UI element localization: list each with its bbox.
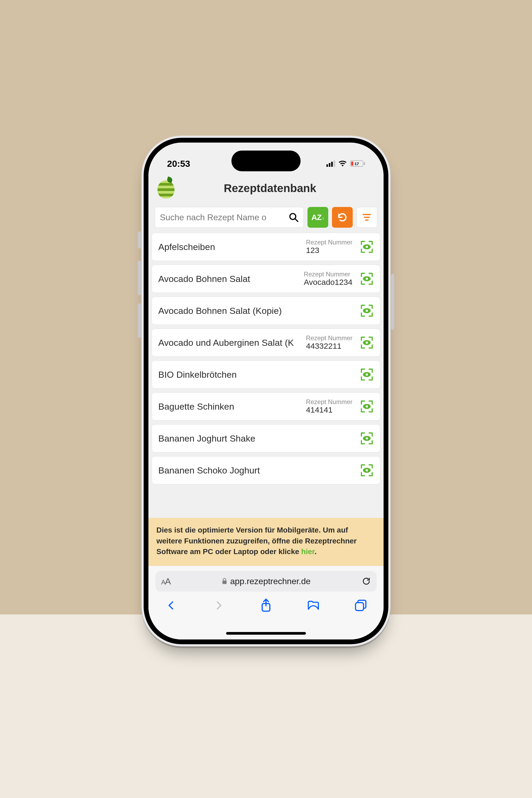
filter-icon [362,212,372,222]
share-button[interactable] [260,599,272,612]
bookmarks-button[interactable] [307,599,320,612]
view-recipe-button[interactable] [358,366,375,383]
text-size-button[interactable]: AA [161,576,171,587]
recipe-name: Avocado Bohnen Salat [158,274,301,284]
view-recipe-button[interactable] [358,462,375,479]
recipe-name: BIO Dinkelbrötchen [158,369,355,380]
recipe-number: 414141 [306,405,353,415]
phone-screen: 20:53 17 [148,142,384,640]
svg-point-8 [366,278,368,280]
recipe-row[interactable]: Avocado und Auberginen Salat (KRezept Nu… [152,328,380,357]
wifi-icon [338,160,347,167]
tabs-button[interactable] [354,599,367,612]
recipe-number-label: Rezept Nummer [304,271,353,278]
recipe-row[interactable]: ApfelscheibenRezept Nummer123 [152,233,380,261]
recipe-meta: Rezept Nummer414141 [306,398,353,415]
recipe-row[interactable]: Avocado Bohnen Salat (Kopie) [152,297,380,325]
reload-icon[interactable] [362,577,371,586]
phone-frame: 20:53 17 [141,136,391,646]
url-text: app.rezeptrechner.de [230,576,310,586]
search-icon [289,212,299,222]
recipe-row[interactable]: Bananen Joghurt Shake [152,424,380,453]
recipe-row[interactable]: Bananen Schoko Joghurt [152,456,380,484]
sort-button[interactable]: AZ ↓ [307,207,328,228]
svg-point-18 [366,437,368,440]
filter-button[interactable] [357,207,377,228]
recipe-name: Apfelscheiben [158,242,303,252]
refresh-button[interactable] [332,207,353,228]
recipe-number: 123 [306,246,353,255]
recipe-row[interactable]: Avocado Bohnen SalatRezept NummerAvocado… [152,265,380,293]
search-field[interactable] [155,207,304,228]
view-recipe-button[interactable] [358,270,375,287]
svg-point-12 [366,342,368,344]
search-input[interactable] [160,212,289,222]
cellular-signal-icon [326,160,335,167]
svg-point-20 [366,469,368,472]
view-recipe-button[interactable] [358,302,375,319]
mobile-notice-banner: Dies ist die optimierte Version für Mobi… [148,518,384,566]
recipe-name: Baguette Schinken [158,401,303,412]
silence-switch[interactable] [138,231,141,248]
lock-icon [222,578,227,585]
app-logo-apple-icon [155,178,177,199]
back-button[interactable] [165,599,178,612]
recipe-meta: Rezept Nummer123 [306,239,353,255]
recipe-list: ApfelscheibenRezept Nummer123 Avocado Bo… [148,233,384,518]
svg-point-16 [366,405,368,408]
svg-rect-23 [356,603,364,610]
forward-button [212,599,225,612]
page-title: Rezeptdatenbank [182,182,377,195]
view-recipe-button[interactable] [358,238,375,255]
recipe-number-label: Rezept Nummer [306,239,353,246]
sort-label: AZ [311,213,322,222]
banner-link[interactable]: hier [301,547,315,556]
svg-point-10 [366,310,368,312]
recipe-name: Avocado und Auberginen Salat (K [158,338,303,348]
phone-bezel: 20:53 17 [144,138,388,644]
recipe-number-label: Rezept Nummer [306,335,353,342]
power-button[interactable] [391,274,394,330]
refresh-icon [337,212,348,223]
svg-point-14 [366,374,368,376]
sort-arrow-icon: ↓ [322,215,324,221]
recipe-name: Bananen Schoko Joghurt [158,465,355,476]
view-recipe-button[interactable] [358,334,375,351]
recipe-meta: Rezept NummerAvocado1234 [304,271,353,287]
banner-text-end: . [315,547,317,556]
volume-up-button[interactable] [138,261,141,295]
view-recipe-button[interactable] [358,398,375,415]
recipe-number: 44332211 [306,342,353,351]
recipe-name: Avocado Bohnen Salat (Kopie) [158,306,355,316]
svg-point-6 [366,246,368,248]
home-indicator[interactable] [226,632,306,635]
app-header: Rezeptdatenbank [148,174,384,205]
address-bar[interactable]: AA app.rezeptrechner.de [155,571,377,592]
recipe-number-label: Rezept Nummer [306,398,353,405]
recipe-meta: Rezept Nummer44332211 [306,335,353,351]
safari-chrome: AA app.rezeptrechner.de [148,566,384,640]
recipe-row[interactable]: Baguette SchinkenRezept Nummer414141 [152,392,380,421]
volume-down-button[interactable] [138,303,141,338]
banner-text: Dies ist die optimierte Version für Mobi… [156,526,357,556]
view-recipe-button[interactable] [358,430,375,447]
recipe-row[interactable]: BIO Dinkelbrötchen [152,360,380,388]
recipe-number: Avocado1234 [304,278,353,287]
battery-percent: 17 [350,161,363,166]
svg-rect-21 [222,581,227,584]
battery-indicator: 17 [350,160,365,167]
svg-line-1 [295,218,298,222]
recipe-name: Bananen Joghurt Shake [158,433,355,444]
dynamic-island [231,151,301,171]
clock: 20:53 [167,158,190,169]
